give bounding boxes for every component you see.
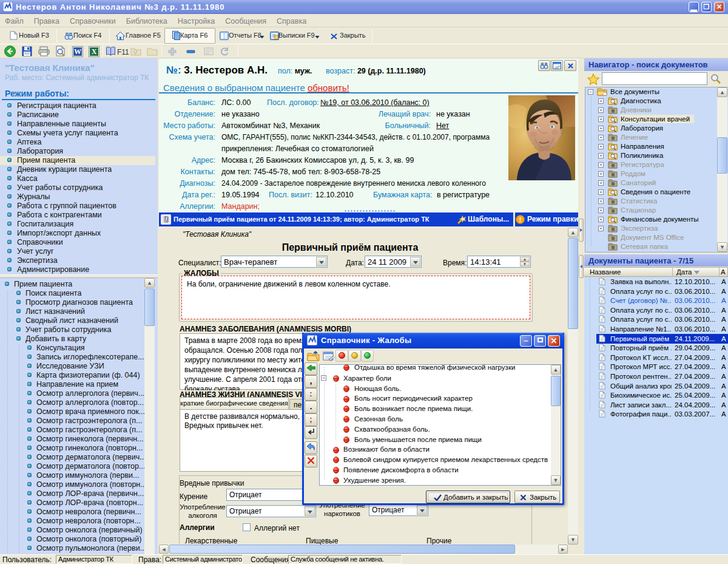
svg-text:!: ! <box>519 216 522 223</box>
svg-text:X: X <box>92 47 97 56</box>
svg-text:W: W <box>74 47 81 56</box>
